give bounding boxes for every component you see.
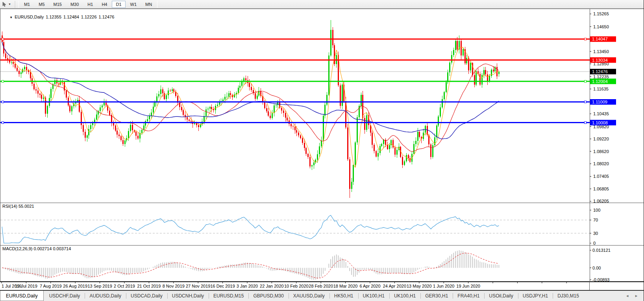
candle-body bbox=[191, 121, 192, 122]
macd-indicator-surface[interactable]: MACD(12,26,9) 0.002714 0.003714 0.013121… bbox=[0, 246, 644, 282]
hline-handle[interactable] bbox=[2, 80, 4, 82]
date-label: 3 Jan 2020 bbox=[237, 284, 258, 288]
hline-1-14047[interactable] bbox=[0, 38, 590, 40]
rsi-indicator-surface[interactable]: RSI(14) 55.0021 10070300 bbox=[0, 203, 644, 246]
macd-tick-label: 0.013121 bbox=[592, 248, 611, 253]
candle-body bbox=[30, 72, 31, 79]
hline-1-11009[interactable] bbox=[0, 101, 590, 103]
chart-title-caret-icon[interactable]: ▼ bbox=[9, 16, 13, 19]
date-label: 13 May 2020 bbox=[407, 284, 432, 288]
rsi-chart[interactable]: 10070300 bbox=[0, 203, 644, 246]
hline-1-10008[interactable] bbox=[0, 122, 590, 124]
candle-body bbox=[81, 112, 82, 125]
rsi-line bbox=[2, 215, 499, 243]
candle-body bbox=[440, 107, 441, 116]
chart-tab-eurusd-daily[interactable]: EURUSD,Daily bbox=[0, 291, 44, 301]
candle-body bbox=[406, 155, 407, 162]
chart-tab-audusd-daily[interactable]: AUDUSD,Daily bbox=[85, 291, 126, 301]
candle-body bbox=[353, 165, 354, 182]
timeframe-button-h1[interactable]: H1 bbox=[83, 1, 97, 8]
chart-tab-ger30-h1[interactable]: GER30,H1 bbox=[420, 291, 453, 301]
chart-tab-usdcnh-daily[interactable]: USDCNH,Daily bbox=[167, 291, 209, 301]
timeframe-button-w1[interactable]: W1 bbox=[126, 1, 141, 8]
macd-chart[interactable]: 0.0131210.00-0.00893 bbox=[0, 246, 644, 282]
chart-tab-uk100-h1[interactable]: UK100,H1 bbox=[389, 291, 420, 301]
ohlc-close: 1.12476 bbox=[99, 15, 115, 19]
candle-body bbox=[166, 95, 167, 99]
trading-terminal-window: ▼ M1M5M15M30H1H4D1W1MN ▼EURUSD,Daily1.12… bbox=[0, 0, 644, 301]
hline-handle[interactable] bbox=[585, 122, 587, 124]
moving-average-medium bbox=[2, 42, 499, 151]
hline-handle[interactable] bbox=[585, 101, 587, 103]
candle-body bbox=[115, 126, 116, 131]
cursor-tool-icon bbox=[2, 2, 7, 7]
current-price-label: 1.12476 bbox=[592, 69, 608, 74]
hline-handle[interactable] bbox=[2, 122, 4, 124]
chart-tab-usdcad-daily[interactable]: USDCAD,Daily bbox=[126, 291, 167, 301]
chart-tab-fra40-h1[interactable]: FRA40,H1 bbox=[453, 291, 484, 301]
date-label: 26 Aug 2019 bbox=[63, 284, 87, 288]
rsi-tick-label: 70 bbox=[593, 218, 598, 222]
candle-body bbox=[323, 116, 324, 141]
candle-body bbox=[276, 105, 277, 105]
candle-body bbox=[342, 85, 343, 106]
candle-body bbox=[141, 130, 142, 133]
chart-tab-gbpusd-m30[interactable]: GBPUSD,M30 bbox=[248, 291, 288, 301]
chart-tab-eurusd-m15[interactable]: EURUSD,M15 bbox=[209, 291, 248, 301]
candle-body bbox=[198, 125, 199, 127]
candle-body bbox=[476, 71, 477, 84]
tab-scroll-right-icon[interactable]: ► bbox=[635, 294, 638, 298]
moving-average-slow bbox=[2, 42, 499, 139]
tab-scroll-left-icon[interactable]: ◄ bbox=[625, 294, 629, 298]
date-axis-scale[interactable]: 1 Jul 201919 Jul 20197 Aug 201926 Aug 20… bbox=[0, 282, 644, 290]
cursor-tool-button[interactable]: ▼ bbox=[0, 0, 13, 8]
chart-tab-dj30-m15[interactable]: DJ30,M15 bbox=[553, 291, 584, 301]
candle-body bbox=[446, 82, 447, 92]
hline-1-12004[interactable] bbox=[0, 80, 590, 82]
candle-body bbox=[205, 109, 207, 116]
chart-tab-usdchf-daily[interactable]: USDCHF,Daily bbox=[44, 291, 85, 301]
chart-tab-uk100-h1[interactable]: UK100,H1 bbox=[358, 291, 389, 301]
timeframe-button-m1[interactable]: M1 bbox=[20, 1, 34, 8]
candle-body bbox=[13, 62, 14, 64]
candle-body bbox=[87, 135, 88, 138]
timeframe-button-m15[interactable]: M15 bbox=[50, 1, 66, 8]
candle-body bbox=[334, 45, 335, 64]
candle-body bbox=[249, 83, 250, 87]
timeframe-button-m30[interactable]: M30 bbox=[67, 1, 83, 8]
candle-body bbox=[245, 78, 246, 80]
candle-body bbox=[355, 142, 356, 165]
price-chart-surface[interactable]: ▼EURUSD,Daily1.123551.124841.122261.1247… bbox=[0, 9, 644, 203]
candlestick-chart[interactable]: 1.152651.146501.134501.128501.122351.116… bbox=[0, 9, 644, 203]
hline-handle[interactable] bbox=[585, 38, 587, 40]
price-tick-label: 1.15265 bbox=[593, 11, 609, 16]
candle-body bbox=[130, 125, 131, 131]
candle-body bbox=[172, 89, 173, 91]
chart-tab-usoil-daily[interactable]: USOil,Daily bbox=[484, 291, 518, 301]
timeframe-button-d1[interactable]: D1 bbox=[112, 1, 125, 8]
timeframe-button-m5[interactable]: M5 bbox=[35, 1, 48, 8]
toolbar-grip-handle[interactable] bbox=[14, 1, 17, 7]
candle-body bbox=[71, 106, 72, 111]
candle-body bbox=[149, 116, 150, 119]
candle-body bbox=[251, 87, 252, 90]
candle-body bbox=[120, 136, 122, 140]
chart-tab-hk50-h1[interactable]: HK50,H1 bbox=[329, 291, 358, 301]
timeframe-button-h4[interactable]: H4 bbox=[98, 1, 111, 8]
chart-tab-usdjpy-h1[interactable]: USDJPY,H1 bbox=[518, 291, 553, 301]
chart-tab-xauusd-daily[interactable]: XAUUSD,Daily bbox=[289, 291, 329, 301]
hline-handle[interactable] bbox=[2, 38, 4, 40]
candle-body bbox=[164, 93, 165, 99]
timeframe-button-mn[interactable]: MN bbox=[141, 1, 156, 8]
candle-body bbox=[209, 107, 211, 109]
hline-handle[interactable] bbox=[585, 80, 587, 82]
candle-body bbox=[181, 107, 182, 110]
ohlc-open: 1.12355 bbox=[46, 15, 61, 19]
candle-body bbox=[105, 103, 107, 105]
date-label: 22 Jan 2020 bbox=[260, 284, 284, 288]
tool-dropdown-caret-icon[interactable]: ▼ bbox=[8, 3, 11, 6]
hline-handle[interactable] bbox=[2, 101, 4, 103]
candle-body bbox=[417, 132, 418, 141]
price-tick-label: 1.08020 bbox=[593, 161, 609, 166]
candle-body bbox=[292, 126, 294, 127]
